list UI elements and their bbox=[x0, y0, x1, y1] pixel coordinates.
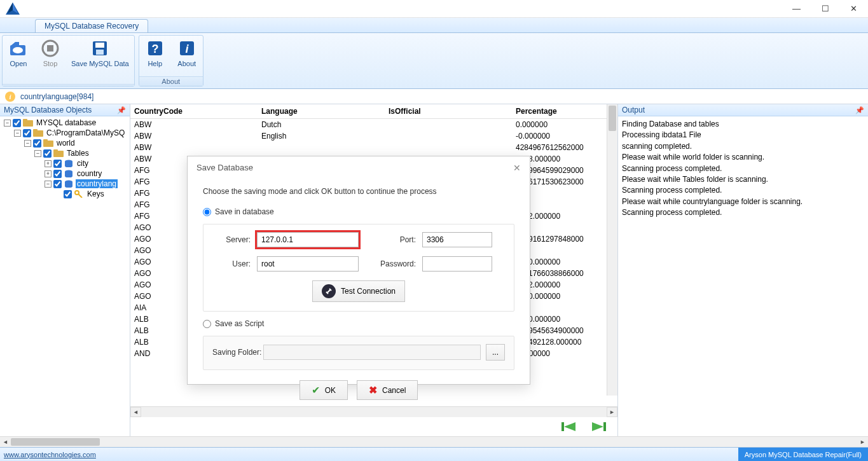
cancel-button[interactable]: ✖ Cancel bbox=[357, 380, 418, 400]
info-icon: i bbox=[5, 92, 15, 102]
scroll-right-icon[interactable]: ► bbox=[607, 407, 617, 417]
ok-button[interactable]: ✔ OK bbox=[300, 380, 348, 400]
output-line: Processing ibdata1 File bbox=[622, 130, 864, 141]
output-line: Please wait while countrylanguage folder… bbox=[622, 196, 864, 207]
server-input[interactable] bbox=[257, 232, 359, 247]
user-input[interactable] bbox=[257, 256, 359, 272]
objects-panel: MySQL Database Objects 📌 −MYSQL database… bbox=[0, 104, 130, 436]
dialog-close-button[interactable]: ✕ bbox=[513, 163, 521, 173]
ribbon: Open Stop Save MySQL Data ? Help i About bbox=[0, 33, 868, 89]
save-as-script-radio[interactable]: Save as Script bbox=[203, 319, 514, 328]
svg-line-32 bbox=[78, 194, 82, 198]
svg-rect-8 bbox=[95, 43, 104, 48]
tree-node-root[interactable]: −MYSQL database bbox=[0, 118, 130, 128]
output-panel-header: Output 📌 bbox=[618, 104, 868, 116]
prev-page-button[interactable] bbox=[560, 420, 577, 433]
stop-icon bbox=[40, 38, 60, 58]
maximize-button[interactable]: ☐ bbox=[811, 0, 839, 18]
vertical-scrollbar[interactable] bbox=[607, 104, 617, 396]
table-row[interactable]: ABWEnglish-0.000000 bbox=[130, 130, 617, 142]
objects-panel-header: MySQL Database Objects 📌 bbox=[0, 104, 130, 116]
check-icon: ✔ bbox=[312, 384, 320, 396]
saving-folder-label: Saving Folder: bbox=[212, 348, 263, 357]
password-label: Password: bbox=[371, 259, 422, 268]
svg-rect-17 bbox=[33, 129, 38, 132]
svg-point-4 bbox=[13, 47, 23, 53]
tree-node-city[interactable]: +city bbox=[0, 158, 130, 169]
save-button[interactable]: Save MySQL Data bbox=[66, 36, 134, 84]
open-button[interactable]: Open bbox=[3, 36, 34, 84]
save-database-dialog: Save Database ✕ Choose the saving mode a… bbox=[187, 156, 530, 385]
ribbon-group-label-1 bbox=[3, 84, 134, 86]
port-label: Port: bbox=[371, 235, 422, 244]
breadcrumb-text: countrylanguage[984] bbox=[20, 92, 93, 101]
tree-node-tables[interactable]: −Tables bbox=[0, 148, 130, 158]
svg-rect-19 bbox=[43, 139, 48, 142]
next-page-button[interactable] bbox=[590, 420, 608, 433]
table-row[interactable]: ABW4284967612562000 bbox=[130, 142, 617, 153]
status-product: Aryson MySQL Database Repair(Full) bbox=[738, 448, 868, 461]
svg-rect-34 bbox=[561, 422, 564, 431]
vendor-link[interactable]: www.arysontechnologies.com bbox=[0, 451, 96, 458]
svg-rect-21 bbox=[53, 149, 58, 152]
svg-rect-9 bbox=[96, 50, 104, 55]
breadcrumb: i countrylanguage[984] bbox=[0, 89, 868, 104]
tab-recovery[interactable]: MySQL Database Recovery bbox=[35, 19, 148, 32]
help-icon: ? bbox=[145, 38, 165, 58]
app-logo-icon bbox=[0, 2, 25, 16]
dialog-title: Save Database bbox=[196, 163, 253, 173]
output-line: Please wait while Tables folder is scann… bbox=[622, 174, 864, 185]
minimize-button[interactable]: — bbox=[782, 0, 811, 18]
output-log: Finding Database and tablesProcessing ib… bbox=[618, 116, 868, 436]
svg-marker-33 bbox=[564, 422, 575, 431]
browse-button[interactable]: ... bbox=[486, 344, 505, 361]
saving-folder-input bbox=[263, 345, 481, 360]
ribbon-group-label-2: About bbox=[139, 76, 203, 86]
help-button[interactable]: ? Help bbox=[139, 36, 171, 76]
table-row[interactable]: ABWDutch0.000000 bbox=[130, 119, 617, 131]
output-line: Scanning process completed. bbox=[622, 185, 864, 196]
save-in-db-radio[interactable]: Save in database bbox=[203, 207, 514, 216]
svg-rect-36 bbox=[603, 422, 606, 431]
output-line: Scanning process completed. bbox=[622, 207, 864, 218]
server-label: Server: bbox=[212, 235, 257, 244]
link-icon bbox=[322, 284, 336, 298]
port-input[interactable] bbox=[422, 232, 492, 247]
cross-icon: ✖ bbox=[369, 384, 377, 396]
about-button[interactable]: i About bbox=[171, 36, 203, 76]
svg-rect-15 bbox=[23, 119, 27, 121]
output-line: scanning completed. bbox=[622, 141, 864, 152]
tree-node-keys[interactable]: Keys bbox=[0, 189, 130, 199]
output-line: Please wait while world folder is scanni… bbox=[622, 152, 864, 163]
save-icon bbox=[90, 38, 110, 58]
tree-node-path[interactable]: −C:\ProgramData\MySQ bbox=[0, 128, 130, 138]
stop-button[interactable]: Stop bbox=[34, 36, 66, 84]
test-connection-button[interactable]: Test Connection bbox=[312, 280, 405, 302]
dialog-instruction: Choose the saving mode and click OK butt… bbox=[203, 187, 514, 196]
window-horizontal-scrollbar[interactable]: ◄ ► bbox=[0, 436, 868, 447]
scroll-left-icon[interactable]: ◄ bbox=[0, 437, 11, 447]
close-window-button[interactable]: ✕ bbox=[839, 0, 868, 18]
pin-icon[interactable]: 📌 bbox=[855, 106, 864, 114]
svg-marker-35 bbox=[592, 422, 603, 431]
svg-rect-6 bbox=[47, 45, 53, 52]
scroll-left-icon[interactable]: ◄ bbox=[130, 407, 141, 417]
svg-text:?: ? bbox=[151, 43, 158, 55]
object-tree[interactable]: −MYSQL database −C:\ProgramData\MySQ −wo… bbox=[0, 116, 130, 436]
output-line: Scanning process completed. bbox=[622, 163, 864, 174]
horizontal-scrollbar[interactable]: ◄ ► bbox=[130, 406, 617, 417]
tab-strip: MySQL Database Recovery bbox=[0, 18, 868, 33]
table-header-row: CountryCodeLanguageIsOfficialPercentage bbox=[130, 104, 617, 119]
tree-node-countrylang[interactable]: −countrylang bbox=[0, 179, 130, 189]
tree-node-world[interactable]: −world bbox=[0, 138, 130, 148]
scroll-right-icon[interactable]: ► bbox=[857, 437, 868, 447]
output-line: Finding Database and tables bbox=[622, 119, 864, 130]
open-icon bbox=[8, 38, 29, 58]
status-bar: www.arysontechnologies.com Aryson MySQL … bbox=[0, 447, 868, 461]
tree-node-country[interactable]: +country bbox=[0, 169, 130, 179]
titlebar: — ☐ ✕ bbox=[0, 0, 868, 18]
about-icon: i bbox=[177, 38, 197, 58]
pin-icon[interactable]: 📌 bbox=[117, 106, 126, 114]
password-input[interactable] bbox=[422, 256, 492, 272]
output-panel: Output 📌 Finding Database and tablesProc… bbox=[618, 104, 868, 436]
